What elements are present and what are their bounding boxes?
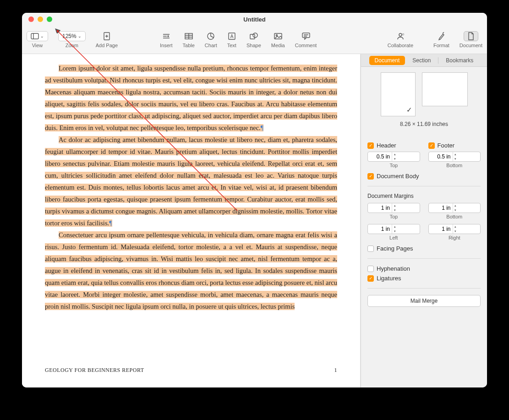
- footer-field[interactable]: ▴▾: [428, 152, 481, 162]
- text-button[interactable]: A Text: [227, 31, 236, 48]
- paragraph-1[interactable]: Lorem ipsum dolor sit amet, ligula suspe…: [45, 62, 337, 134]
- table-button[interactable]: Table: [183, 31, 195, 48]
- document-icon: [468, 31, 474, 41]
- facing-pages-label: Facing Pages: [377, 245, 413, 252]
- shape-button[interactable]: Shape: [246, 31, 261, 48]
- stepper-icon[interactable]: ▴▾: [392, 152, 397, 161]
- check-icon: ✓: [406, 106, 412, 114]
- collaborate-button[interactable]: Collaborate: [388, 31, 413, 48]
- svg-text:A: A: [230, 34, 234, 39]
- footer-label: Footer: [438, 142, 455, 149]
- paragraph-2[interactable]: Ac dolor ac adipiscing amet bibendum nul…: [45, 134, 337, 229]
- window-title: Untitled: [22, 16, 487, 23]
- tab-section[interactable]: Section: [407, 56, 436, 65]
- zoom-window-button[interactable]: [47, 16, 52, 22]
- margin-bottom-field[interactable]: ▴▾: [428, 203, 481, 213]
- hyphenation-checkbox[interactable]: [367, 266, 374, 272]
- stepper-icon[interactable]: ▴▾: [392, 224, 397, 234]
- header-label: Header: [377, 142, 396, 149]
- hyphenation-label: Hyphenation: [377, 265, 410, 272]
- insert-icon: [162, 31, 170, 41]
- footer-checkbox[interactable]: ✓: [428, 142, 435, 149]
- chart-button[interactable]: Chart: [205, 31, 217, 48]
- page-footer: GEOLOGY FOR BEGINNERS REPORT 1: [45, 364, 337, 376]
- stepper-icon[interactable]: ▴▾: [453, 203, 458, 213]
- sidebar-icon: [31, 31, 39, 41]
- format-button[interactable]: Format: [433, 31, 449, 48]
- tab-separator: [438, 57, 438, 64]
- comment-icon: [302, 31, 310, 41]
- margins-title: Document Margins: [367, 193, 481, 199]
- table-icon: [185, 31, 193, 41]
- pilcrow-icon: ¶: [261, 124, 264, 131]
- page-number: 1: [334, 364, 338, 376]
- inspector-body: ✓ 8.26 × 11.69 inches ✓Header ▴▾ Top ✓Fo…: [361, 67, 487, 387]
- comment-button[interactable]: Comment: [295, 31, 317, 48]
- footer-left: GEOLOGY FOR BEGINNERS REPORT: [45, 364, 144, 376]
- margin-top-field[interactable]: ▴▾: [367, 203, 420, 213]
- minimize-window-button[interactable]: [38, 16, 43, 22]
- stepper-icon[interactable]: ▴▾: [453, 224, 458, 234]
- tab-bookmarks[interactable]: Bookmarks: [440, 56, 479, 65]
- svg-rect-17: [250, 34, 255, 39]
- orientation-landscape[interactable]: [422, 72, 468, 106]
- collaborate-icon: [396, 31, 405, 41]
- app-window: Untitled ⌄ View 125%⌄ Zoom Add Page Inse…: [22, 13, 487, 387]
- header-field[interactable]: ▴▾: [367, 152, 420, 162]
- document-page[interactable]: Lorem ipsum dolor sit amet, ligula suspe…: [22, 54, 360, 387]
- margin-right-field[interactable]: ▴▾: [428, 224, 481, 234]
- svg-rect-0: [31, 33, 38, 39]
- document-button[interactable]: Document: [460, 31, 482, 48]
- page-canvas[interactable]: Lorem ipsum dolor sit amet, ligula suspe…: [22, 54, 361, 387]
- stepper-icon[interactable]: ▴▾: [453, 152, 458, 161]
- mail-merge-button[interactable]: Mail Merge: [367, 295, 481, 307]
- media-icon: [274, 31, 282, 41]
- orientation-picker: ✓: [367, 72, 481, 116]
- toolbar: ⌄ View 125%⌄ Zoom Add Page Insert Table …: [22, 26, 487, 54]
- titlebar: Untitled: [22, 13, 487, 26]
- inspector-tabs: Document Section Bookmarks: [361, 54, 487, 67]
- text-icon: A: [228, 31, 235, 41]
- tab-document[interactable]: Document: [369, 56, 405, 65]
- content-area: Lorem ipsum dolor sit amet, ligula suspe…: [22, 54, 487, 387]
- document-body-label: Document Body: [377, 173, 419, 180]
- format-icon: [438, 31, 445, 41]
- document-body-checkbox[interactable]: ✓: [367, 173, 374, 180]
- header-checkbox[interactable]: ✓: [367, 142, 374, 149]
- add-page-icon: [103, 31, 110, 41]
- shape-icon: [250, 31, 258, 41]
- svg-point-18: [253, 33, 257, 38]
- close-window-button[interactable]: [28, 16, 34, 22]
- orientation-portrait[interactable]: ✓: [381, 72, 416, 116]
- svg-point-20: [276, 35, 277, 36]
- stepper-icon[interactable]: ▴▾: [392, 203, 397, 213]
- insert-button[interactable]: Insert: [160, 31, 173, 48]
- traffic-lights: [22, 16, 52, 22]
- ligatures-label: Ligatures: [377, 275, 401, 282]
- zoom-dropdown[interactable]: 125%⌄ Zoom: [58, 31, 86, 48]
- facing-pages-checkbox[interactable]: [367, 245, 374, 252]
- paragraph-3[interactable]: Consectetuer arcu ipsum ornare pellentes…: [45, 229, 337, 312]
- add-page-button[interactable]: Add Page: [96, 31, 118, 48]
- margin-left-field[interactable]: ▴▾: [367, 224, 420, 234]
- ligatures-checkbox[interactable]: ✓: [367, 275, 374, 282]
- svg-rect-21: [302, 33, 310, 38]
- page-dimensions: 8.26 × 11.69 inches: [367, 121, 481, 127]
- view-button[interactable]: ⌄ View: [27, 31, 48, 48]
- media-button[interactable]: Media: [271, 31, 285, 48]
- chart-icon: [207, 31, 214, 41]
- svg-point-24: [399, 33, 402, 36]
- inspector-sidebar: Document Section Bookmarks ✓ 8.26 × 11.6…: [361, 54, 487, 387]
- pilcrow-icon: ¶: [109, 219, 112, 227]
